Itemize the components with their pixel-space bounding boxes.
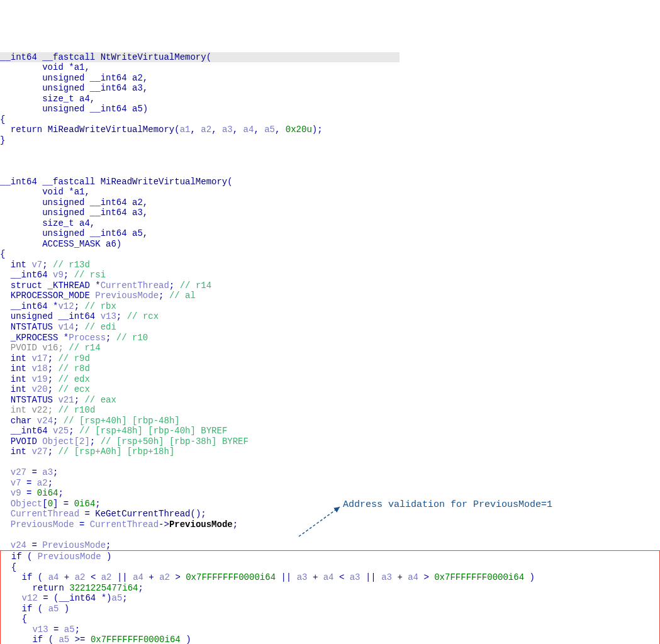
- decl-var: v19: [31, 374, 47, 384]
- decl-type: unsigned __int64: [11, 311, 95, 321]
- var: v9: [11, 488, 21, 498]
- var: a3: [381, 572, 392, 582]
- type-prefix: __int64 __fastcall: [0, 52, 101, 62]
- var: v24: [11, 540, 26, 550]
- var: PreviousMode: [38, 552, 101, 562]
- var: a3: [42, 467, 53, 477]
- called-fn: MiReadWriteVirtualMemory: [48, 125, 175, 135]
- return-kw: return: [11, 125, 42, 135]
- var: a5: [111, 593, 122, 603]
- decl-comment: // r13d: [53, 260, 90, 270]
- var: PreviousMode: [42, 540, 106, 550]
- decl-type: KPROCESSOR_MODE: [11, 291, 90, 301]
- decl-var: v18: [31, 364, 47, 374]
- decl-var: Object[2]: [42, 436, 90, 447]
- var: a2: [101, 572, 112, 582]
- svg-line-0: [299, 507, 340, 536]
- cast: __int64 *: [59, 593, 106, 603]
- decl-comment: // rsi: [74, 270, 106, 280]
- var: CurrentThread: [11, 509, 79, 519]
- decl-comment: // r9d: [58, 353, 89, 364]
- decl-comment: // r14: [180, 280, 211, 291]
- decl-var: v21: [58, 395, 74, 405]
- decl-type: int: [11, 364, 26, 374]
- var: PreviousMode: [11, 519, 74, 530]
- decl-var: v24: [37, 416, 53, 426]
- annotation-text: Address validation for PreviousMode=1: [343, 499, 552, 511]
- literal: 0x7FFFFFFF0000i64: [91, 635, 181, 644]
- param: unsigned __int64 a2,: [42, 197, 148, 208]
- var: a4: [48, 572, 59, 582]
- var: CurrentThread: [90, 519, 159, 530]
- decl-type: PVOID: [11, 343, 37, 353]
- decl-type: PVOID: [11, 436, 37, 447]
- param: unsigned __int64 a3,: [42, 83, 148, 93]
- param: unsigned __int64 a5): [42, 104, 148, 114]
- param: void *a1,: [42, 62, 90, 72]
- decl-type: int: [11, 374, 26, 384]
- func-name: MiReadWriteVirtualMemory: [101, 177, 228, 187]
- var: a5: [64, 625, 75, 635]
- return-kw: return: [32, 583, 64, 593]
- var: a4: [133, 572, 143, 582]
- if-kw: if: [11, 552, 22, 562]
- decl-comment: // eax: [84, 395, 116, 405]
- decl-comment: // [rsp+48h] [rbp-40h] BYREF: [79, 426, 227, 436]
- arg: a1: [180, 125, 191, 135]
- decl-comment: // r10: [116, 333, 148, 343]
- decl-var: PreviousMode: [95, 291, 159, 301]
- func1-signature-line: __int64 __fastcall NtWriteVirtualMemory(: [0, 52, 400, 63]
- param: unsigned __int64 a2,: [42, 73, 148, 83]
- if-kw: if: [32, 635, 43, 644]
- literal: 0x7FFFFFFF0000i64: [186, 572, 276, 582]
- param: size_t a4,: [42, 94, 95, 104]
- var: a3: [297, 572, 308, 582]
- decl-type: __int64: [11, 426, 48, 436]
- decl-type: struct _KTHREAD *: [11, 280, 101, 291]
- var: v13: [32, 625, 48, 635]
- decl-type: NTSTATUS: [11, 322, 53, 332]
- decl-var: v9: [53, 270, 64, 280]
- var: v7: [11, 478, 21, 488]
- decl-type: int: [11, 447, 26, 457]
- var: v27: [11, 467, 26, 477]
- decl-comment: // [rsp+A0h] [rbp+18h]: [58, 447, 174, 457]
- literal: 0x7FFFFFFF0000i64: [434, 572, 524, 582]
- decl-var: v14: [58, 322, 74, 332]
- var: a3: [350, 572, 361, 582]
- var: a2: [159, 572, 170, 582]
- decl-comment: // edi: [84, 322, 116, 332]
- decl-type: _KPROCESS *: [11, 333, 69, 343]
- arg: a3: [222, 125, 233, 135]
- decl-type: char: [11, 416, 32, 426]
- decl-var: CurrentThread: [101, 280, 169, 291]
- decl-var: v25: [53, 426, 69, 436]
- decl-comment: // r10d: [58, 405, 95, 415]
- decl-comment: // [rsp+40h] [rbp-48h]: [64, 416, 180, 426]
- if-kw: if: [22, 604, 33, 614]
- type-prefix: __int64 __fastcall: [0, 177, 101, 187]
- param: ACCESS_MASK a6): [42, 239, 121, 249]
- decl-comment: // r14: [69, 343, 100, 353]
- var: Object: [11, 499, 42, 509]
- decl-type: int: [11, 260, 26, 270]
- code-listing: __int64 __fastcall NtWriteVirtualMemory(…: [0, 42, 660, 644]
- decl-comment: // r8d: [58, 364, 89, 374]
- arg-literal: 0x20u: [286, 125, 312, 135]
- param: void *a1,: [42, 187, 90, 197]
- param: unsigned __int64 a3,: [42, 208, 148, 218]
- decl-comment: // ecx: [58, 384, 89, 394]
- literal: 0: [48, 499, 53, 509]
- highlighted-box: if ( PreviousMode ) { if ( a4 + a2 < a2 …: [0, 550, 660, 644]
- decl-var: v20: [31, 384, 47, 394]
- func-name: NtWriteVirtualMemory: [101, 52, 206, 62]
- literal: 0i64: [74, 499, 96, 509]
- var: a5: [48, 604, 59, 614]
- decl-var: v7: [31, 260, 42, 270]
- decl-comment: // rcx: [127, 311, 159, 321]
- decl-var: v12: [58, 301, 74, 311]
- field: PreviousMode: [169, 519, 233, 530]
- arg: a5: [264, 125, 275, 135]
- literal: 0i64: [37, 488, 59, 498]
- decl-comment: // [rsp+50h] [rbp-38h] BYREF: [101, 436, 249, 447]
